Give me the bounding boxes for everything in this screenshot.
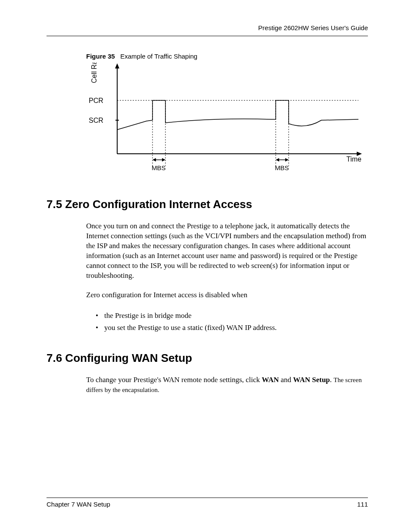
scr-label: SCR — [89, 117, 103, 124]
page-header: Prestige 2602HW Series User's Guide — [47, 24, 368, 36]
mbs1-label: MBS — [152, 164, 166, 171]
section-7-5-bullets: the Prestige is in bridge mode you set t… — [96, 310, 368, 335]
mbs2-arrow-left — [276, 158, 279, 162]
figure-caption: Figure 35 Example of Traffic Shaping — [86, 53, 368, 60]
figure-label: Figure 35 — [86, 53, 115, 60]
bullet-static-ip: you set the Prestige to use a static (fi… — [96, 322, 368, 334]
footer-chapter: Chapter 7 WAN Setup — [47, 501, 110, 508]
pcr-label: PCR — [89, 97, 103, 104]
x-axis-label: Time — [346, 156, 361, 163]
mbs1-arrow-left — [153, 158, 156, 162]
page-footer: Chapter 7 WAN Setup 111 — [47, 498, 368, 508]
wan-bold: WAN — [262, 376, 279, 384]
traffic-curve — [117, 100, 358, 130]
footer-page-number: 111 — [357, 501, 368, 508]
traffic-shaping-svg: Cell Rate PCR SCR MBS MBS Time — [86, 62, 371, 174]
section-7-5-para2: Zero configuration for Internet access i… — [86, 290, 368, 300]
guide-title: Prestige 2602HW Series User's Guide — [258, 24, 368, 31]
para-mid: and — [279, 376, 293, 384]
bullet-bridge-mode: the Prestige is in bridge mode — [96, 310, 368, 322]
wan-setup-bold: WAN Setup — [293, 376, 330, 384]
mbs2-arrow-right — [285, 158, 289, 162]
section-7-6-para: To change your Prestige's WAN remote nod… — [86, 375, 368, 395]
header-rule — [47, 36, 368, 36]
section-7-5-heading: 7.5 Zero Configuration Internet Access — [47, 198, 368, 211]
mbs1-arrow-right — [162, 158, 165, 162]
section-7-6-heading: 7.6 Configuring WAN Setup — [47, 352, 368, 365]
para-pre: To change your Prestige's WAN remote nod… — [86, 376, 262, 384]
section-7-5-para1: Once you turn on and connect the Prestig… — [86, 221, 368, 281]
figure-caption-text: Example of Traffic Shaping — [120, 53, 197, 60]
mbs2-label: MBS — [275, 164, 289, 171]
footer-rule — [47, 498, 368, 498]
y-axis-label: Cell Rate — [90, 62, 98, 83]
traffic-shaping-figure: Cell Rate PCR SCR MBS MBS Time — [86, 62, 368, 176]
y-axis-arrowhead — [115, 63, 119, 68]
